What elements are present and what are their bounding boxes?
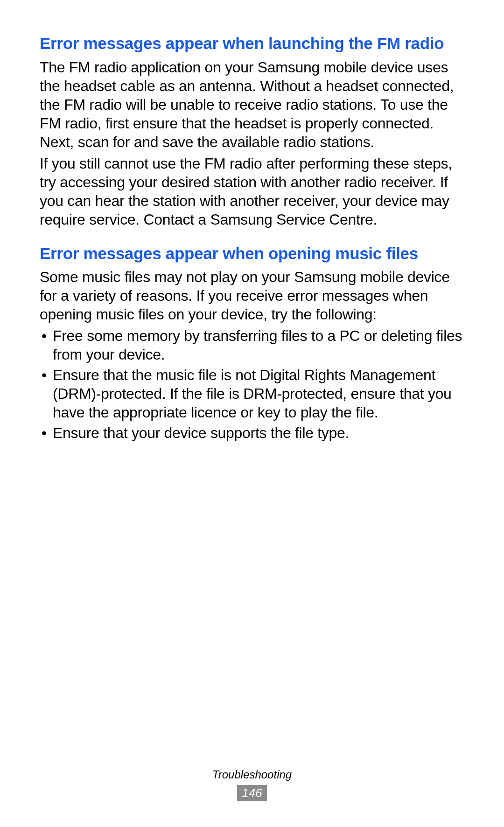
bullet-list: Free some memory by transferring files t… [40, 326, 464, 442]
heading-fm-radio: Error messages appear when launching the… [40, 33, 464, 54]
footer-section-label: Troubleshooting [0, 768, 504, 781]
heading-music-files: Error messages appear when opening music… [40, 243, 464, 264]
section-fm-radio: Error messages appear when launching the… [40, 33, 464, 229]
page-content: Error messages appear when launching the… [40, 33, 464, 442]
list-item: Ensure that your device supports the fil… [40, 424, 464, 442]
section-music-files: Error messages appear when opening music… [40, 243, 464, 443]
list-item: Free some memory by transferring files t… [40, 326, 464, 364]
page-footer: Troubleshooting 146 [0, 768, 504, 801]
paragraph-text: Some music files may not play on your Sa… [40, 268, 464, 324]
page-number: 146 [237, 785, 266, 801]
list-item: Ensure that the music file is not Digita… [40, 366, 464, 422]
paragraph-text: If you still cannot use the FM radio aft… [40, 154, 464, 229]
paragraph-text: The FM radio application on your Samsung… [40, 58, 464, 151]
